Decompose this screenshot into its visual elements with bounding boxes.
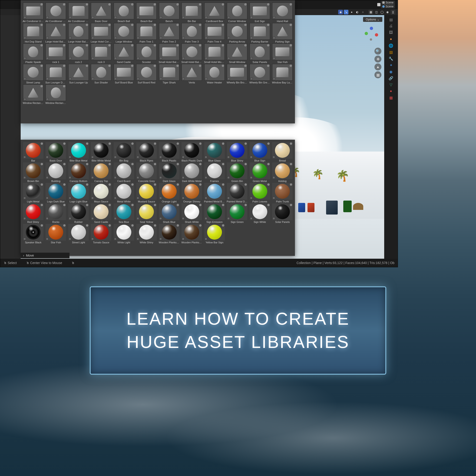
material-item[interactable]: Palm Leaves xyxy=(249,183,271,203)
material-item[interactable]: Logo Dark Blue xyxy=(45,183,67,203)
asset-item[interactable]: Hot Dog Stand xyxy=(22,23,44,43)
material-item[interactable]: Orange Shiney xyxy=(181,183,203,203)
asset-item[interactable]: Plastic Spade xyxy=(22,43,44,64)
material-item[interactable]: Street Light xyxy=(68,224,90,244)
material-item[interactable]: Black Plastic xyxy=(158,142,180,162)
material-item[interactable]: Brown Bin xyxy=(22,162,44,183)
tab-world[interactable]: 🌐 xyxy=(388,43,393,48)
material-item[interactable]: Tomato Sauce xyxy=(90,224,113,244)
asset-item[interactable]: Air Conditioner Uni... xyxy=(68,2,90,23)
tab-render[interactable]: ▤ xyxy=(388,17,393,22)
zoom-icon[interactable]: 🔍 xyxy=(374,48,381,55)
material-item[interactable]: Mustard Sauce xyxy=(136,183,158,203)
layers-icon[interactable] xyxy=(377,3,380,6)
asset-item[interactable]: Air Condioner Unit ... xyxy=(22,2,44,23)
material-item[interactable]: Light Metal xyxy=(22,183,44,203)
gizmo-neg[interactable] xyxy=(370,38,372,41)
tab-modifier[interactable]: 🔧 xyxy=(388,56,393,61)
move-view-icon[interactable]: ✥ xyxy=(374,55,381,63)
asset-item[interactable]: Parking Arrow xyxy=(226,23,248,43)
material-item[interactable]: Seat Yellow xyxy=(136,203,158,223)
tab-view[interactable]: 🖼 xyxy=(388,30,393,35)
material-item[interactable]: Sign Green xyxy=(226,203,248,223)
nav-gizmo[interactable] xyxy=(363,27,380,43)
asset-item[interactable]: Palm Tree 3 xyxy=(181,23,203,43)
material-item[interactable]: Green Metal xyxy=(249,162,271,183)
shading2[interactable]: ◉ xyxy=(385,10,390,14)
material-item[interactable]: White Light xyxy=(113,224,135,244)
scene-chip-bottom[interactable]: Scene xyxy=(381,5,395,8)
asset-item[interactable]: Palm Tree 1 xyxy=(136,23,158,43)
asset-item[interactable]: Vents xyxy=(181,64,203,84)
material-item[interactable]: Palm Trunk xyxy=(272,183,294,203)
material-item[interactable]: Bread xyxy=(272,142,294,162)
asset-item[interactable]: Beach Ball xyxy=(113,2,135,23)
material-item[interactable]: Painted Metal Dark xyxy=(226,183,248,203)
asset-item[interactable]: Large Hotel Balcon... xyxy=(68,23,90,43)
asset-item[interactable]: Window Rectangle... xyxy=(22,84,44,104)
material-item[interactable]: Bar xyxy=(22,142,44,162)
tab-output[interactable]: 🖨 xyxy=(388,23,393,29)
material-item[interactable]: Logo Light Blue xyxy=(68,183,90,203)
dot3[interactable]: ○ xyxy=(360,10,365,14)
material-item[interactable]: Shark Blue xyxy=(158,203,180,223)
material-item[interactable]: Red Shiny xyxy=(22,203,44,223)
camera-icon[interactable]: ▲ xyxy=(374,64,381,70)
asset-item[interactable]: rock 2 xyxy=(68,43,90,64)
tab-physics[interactable]: ◉ xyxy=(388,69,393,74)
tab-scene[interactable]: ● xyxy=(388,36,393,42)
tab-data[interactable]: ▽ xyxy=(388,82,393,87)
asset-item[interactable]: Cardboard Box xyxy=(203,2,226,23)
asset-item[interactable]: rock 3 xyxy=(90,43,113,64)
material-item[interactable]: Blue Glass xyxy=(203,142,226,162)
asset-item[interactable]: Surf Board Red xyxy=(136,64,158,84)
asset-item[interactable]: Wheely Bin Green ... xyxy=(249,64,271,84)
asset-item[interactable]: Solar Panels xyxy=(249,43,271,64)
material-item[interactable]: Wooden Planks Ra... xyxy=(181,224,203,244)
tab-texture[interactable]: ▩ xyxy=(388,95,393,100)
asset-item[interactable]: Small Hotel Moder... xyxy=(203,43,226,64)
material-item[interactable]: Black Pipes xyxy=(136,142,158,162)
asset-item[interactable]: Small Window xyxy=(226,43,248,64)
asset-item[interactable]: Tiger Shark xyxy=(158,64,180,84)
overlay-toggle[interactable]: ▦ xyxy=(368,10,373,14)
asset-item[interactable]: rock 1 xyxy=(45,43,67,64)
asset-item[interactable]: Large Window xyxy=(113,23,135,43)
material-item[interactable]: Rocks xyxy=(45,203,67,223)
material-item[interactable]: Solar Panels xyxy=(272,203,294,223)
tab-constraint[interactable]: 🔗 xyxy=(388,76,393,81)
asset-item[interactable]: Street Lamp xyxy=(22,64,44,84)
asset-item[interactable]: Sun Lounger Down xyxy=(45,64,67,84)
material-item[interactable]: Canopy Top xyxy=(90,162,113,183)
asset-item[interactable]: Surf Board Blue xyxy=(113,64,135,84)
asset-item[interactable]: Sand Castle xyxy=(113,43,135,64)
material-item[interactable]: Dark White Metal xyxy=(181,162,203,183)
magnet-icon[interactable]: ◆ xyxy=(338,10,343,14)
material-item[interactable]: Bin Bag xyxy=(113,142,135,162)
asset-item[interactable]: Water Heater xyxy=(203,64,226,84)
asset-item[interactable]: Bench xyxy=(158,2,180,23)
asset-item[interactable]: Sun Lounger Up xyxy=(68,64,90,84)
asset-item[interactable]: Wheely Bin Brown ... xyxy=(226,64,248,84)
asset-item[interactable]: Hand Rail xyxy=(272,2,294,23)
asset-item[interactable]: Sun Shader xyxy=(90,64,113,84)
asset-item[interactable]: Large Hotel Balcon... xyxy=(45,23,67,43)
material-item[interactable]: Metal White xyxy=(113,183,135,203)
shading1[interactable]: ◯ xyxy=(380,10,384,14)
material-item[interactable]: Shark White xyxy=(181,203,203,223)
asset-item[interactable]: Exit Sign xyxy=(249,2,271,23)
material-item[interactable]: Star Fish xyxy=(45,224,67,244)
asset-item[interactable]: Bin Bar xyxy=(181,2,203,23)
asset-item[interactable]: Beach Bar xyxy=(136,2,158,23)
asset-item[interactable]: Small Hotel Balcon... xyxy=(158,43,180,64)
pause-icon[interactable]: ‖ xyxy=(391,10,395,14)
material-item[interactable]: Dark Glass xyxy=(158,162,180,183)
material-item[interactable]: Sand Castle xyxy=(90,203,113,223)
tab-particles[interactable]: ✦ xyxy=(388,63,393,68)
tab-material[interactable]: ● xyxy=(388,88,393,94)
options-dropdown[interactable]: Options ⌄ xyxy=(363,17,382,22)
asset-item[interactable]: Corner Window xyxy=(226,2,248,23)
move-bar[interactable]: › Move xyxy=(21,253,69,258)
material-item[interactable]: Frames xyxy=(203,162,226,183)
material-item[interactable]: Speaker Black xyxy=(22,224,44,244)
